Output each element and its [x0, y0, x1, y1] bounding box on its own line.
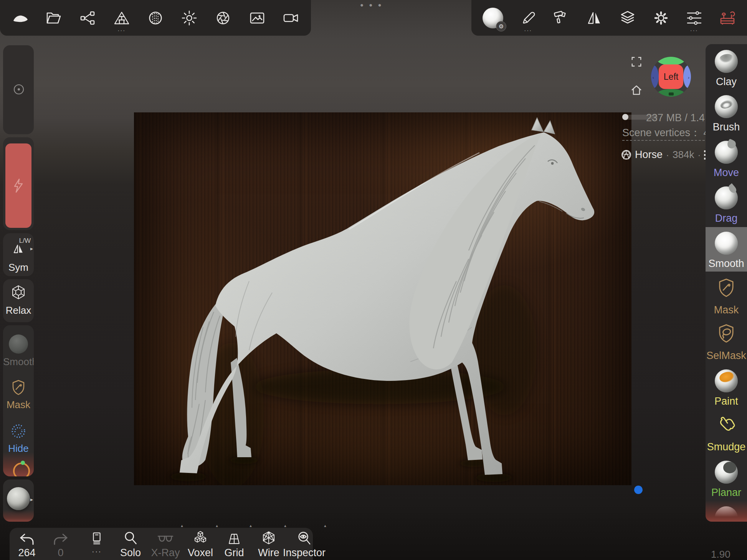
layers-stack-icon[interactable] — [616, 5, 639, 31]
symmetry-expand-arrow[interactable]: ▸ — [30, 245, 33, 252]
radius-slider[interactable] — [3, 45, 34, 134]
left-smooth-tool[interactable]: Smooth — [3, 334, 34, 368]
material-expand-arrow[interactable]: ▸ — [30, 496, 33, 502]
horse-sculpt-model[interactable] — [134, 112, 631, 485]
wire-caret: ▴ — [269, 523, 302, 528]
gizmo-rotate-right-arrow[interactable]: › — [688, 75, 689, 80]
right-tools-sidebar: Clay Brush Move Drag Smooth Mask — [706, 44, 747, 522]
window-handle-dots[interactable]: ● ● ● — [360, 2, 383, 8]
parameters-sliders-icon[interactable]: ··· — [683, 5, 706, 31]
tool-drag-label: Drag — [706, 212, 747, 224]
matcap-sphere-icon[interactable] — [144, 5, 167, 31]
history-button[interactable]: ··· — [80, 530, 113, 556]
scene-vertices-label: Scene vertices： — [622, 127, 701, 138]
tool-brush-label: Brush — [706, 121, 747, 133]
tool-paint[interactable]: Paint — [706, 366, 747, 407]
redo-icon — [53, 533, 68, 546]
tool-clay[interactable]: Clay — [706, 46, 747, 88]
left-hide-tool[interactable]: Hide — [3, 423, 34, 455]
tool-selmask[interactable]: SelMask — [706, 320, 747, 362]
brush-alpha-sphere: ⚙ — [483, 8, 503, 28]
memory-usage-text: 237 MB / 1.4 — [646, 112, 705, 124]
gizmo-rotate-left-arrow[interactable]: ‹ — [653, 75, 654, 80]
xray-caret: ▴ — [165, 523, 198, 528]
tool-paint-label: Paint — [706, 395, 747, 407]
dot-separator: · — [666, 150, 669, 160]
voxel-cubes-icon — [192, 530, 208, 546]
home-icon[interactable] — [630, 84, 643, 98]
settings-gear-icon[interactable] — [649, 5, 673, 31]
tool-move[interactable]: Move — [706, 137, 747, 179]
material-roller-icon[interactable] — [550, 5, 573, 31]
lightning-icon — [13, 178, 24, 193]
bake-pyramid-icon[interactable]: ··· — [110, 5, 133, 31]
redo-button[interactable]: 0 — [44, 530, 77, 559]
tool-drag[interactable]: Drag — [706, 183, 747, 224]
dot-separator: · — [697, 150, 701, 160]
tool-mask[interactable]: Mask — [706, 274, 747, 316]
grid-button[interactable]: ▴ Grid — [218, 530, 251, 559]
solo-label: Solo — [114, 547, 147, 559]
fullscreen-icon[interactable] — [631, 56, 642, 69]
material-sphere-thumb — [7, 487, 30, 510]
tool-planar[interactable]: Planar — [706, 457, 747, 499]
background-image-icon[interactable] — [246, 5, 269, 31]
lighting-sun-icon[interactable] — [178, 5, 201, 31]
drag-thumb — [715, 186, 738, 209]
bake-more-indicator: ··· — [117, 28, 126, 32]
intensity-slider[interactable] — [3, 137, 34, 230]
symmetry-toggle[interactable]: L/W ▸ Sym — [3, 233, 34, 276]
relax-web-icon — [11, 285, 26, 301]
xray-glasses-icon — [157, 533, 174, 546]
voxel-caret: ▴ — [200, 523, 233, 528]
scene-object-row[interactable]: Horse · 384k · — [621, 149, 713, 161]
voxel-button[interactable]: ▴ Voxel — [184, 530, 217, 559]
postprocess-aperture-icon[interactable] — [212, 5, 235, 31]
xray-button[interactable]: ▴ X-Ray — [149, 530, 182, 559]
left-hide-label: Hide — [3, 443, 34, 455]
selmask-shield-lasso-icon — [716, 323, 737, 344]
bottom-toolbar: 264 0 ··· Solo ▴ X-Ray ▴ Voxel ▴ Grid — [10, 528, 313, 560]
brush-settings-gear-icon[interactable]: ⚙ — [496, 21, 506, 31]
gizmo-top-face[interactable] — [657, 57, 685, 65]
inspector-label: Inspector — [283, 547, 325, 559]
smudge-hand-icon — [716, 414, 737, 435]
memory-progress-knob — [622, 114, 628, 120]
tool-smudge[interactable]: Smudge — [706, 411, 747, 453]
toolbox-red-icon[interactable] — [716, 5, 739, 31]
files-folder-icon[interactable] — [42, 5, 65, 31]
inspector-button[interactable]: ▴ Inspector — [283, 530, 325, 559]
symmetry-label: Sym — [3, 262, 34, 273]
gizmo-right-face[interactable] — [683, 65, 691, 88]
voxel-label: Voxel — [184, 547, 217, 559]
app-window: ● ● ● ··· — [0, 0, 747, 560]
tool-smooth-selected[interactable]: Smooth — [706, 227, 747, 272]
material-sphere-button[interactable]: ▸ — [3, 479, 34, 522]
smooth-sphere-thumb — [9, 334, 28, 354]
solo-button[interactable]: Solo — [114, 530, 147, 559]
gizmo-front-face[interactable]: Left — [659, 64, 683, 89]
stroke-pencil-icon[interactable]: ··· — [517, 5, 540, 31]
relax-tool-button[interactable]: Relax — [3, 279, 34, 322]
left-mask-tool[interactable]: Mask — [3, 379, 34, 411]
undo-button[interactable]: 264 — [10, 530, 43, 559]
intensity-slider-fill — [5, 143, 31, 228]
scene-graph-icon[interactable] — [76, 5, 99, 31]
orientation-gizmo[interactable]: ‹ › Left — [651, 57, 691, 97]
wire-button[interactable]: ▴ Wire — [252, 530, 285, 559]
sculpt-viewport-canvas[interactable] — [134, 112, 631, 485]
selection-blue-dot[interactable] — [634, 486, 643, 494]
tool-selmask-label: SelMask — [706, 350, 747, 362]
symmetry-mirror-icon[interactable] — [583, 5, 606, 31]
camera-video-icon[interactable] — [279, 5, 302, 31]
nomad-logo-icon[interactable] — [8, 5, 31, 31]
inspector-eye-magnifier-icon — [296, 530, 312, 546]
gizmo-peek-icon[interactable] — [13, 463, 30, 476]
grid-label: Grid — [218, 547, 251, 559]
gizmo-left-face[interactable] — [651, 65, 659, 88]
gizmo-south-marker — [669, 92, 674, 96]
symmetry-triangles-icon — [12, 242, 26, 257]
tool-brush[interactable]: Brush — [706, 91, 747, 133]
brush-preview-sphere[interactable]: ⚙ — [479, 5, 506, 31]
inspector-caret: ▴ — [304, 523, 346, 528]
